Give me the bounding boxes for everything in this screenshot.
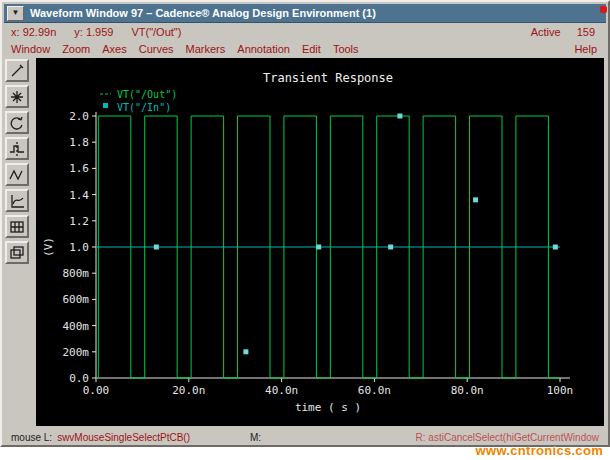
svg-text:40.0n: 40.0n [265, 384, 298, 397]
tool-button-trace[interactable] [5, 163, 29, 186]
table-grid-icon [8, 218, 26, 236]
window-menu-button[interactable]: ▼ [7, 6, 24, 21]
tool-button-marker[interactable] [5, 137, 29, 160]
mouse-left-command: swvMouseSingleSelectPtCB() [57, 432, 190, 443]
y-label: y: [74, 26, 83, 38]
menu-item-window[interactable]: Window [11, 43, 50, 55]
title-bar[interactable]: ▼ Waveform Window 97 – Cadence® Analog D… [4, 4, 606, 23]
svg-text:200m: 200m [63, 346, 90, 359]
svg-text:VT("/In"): VT("/In") [117, 102, 171, 113]
svg-text:2.0: 2.0 [69, 110, 89, 123]
probe-pen-icon [8, 62, 26, 80]
cursor-y-readout: y: 1.959 [74, 26, 113, 38]
main-area: Transient Response2.01.81.61.41.21.0800m… [4, 57, 606, 426]
tool-button-overlay[interactable] [5, 241, 29, 264]
svg-text:1.4: 1.4 [69, 189, 89, 202]
svg-text:600m: 600m [63, 293, 90, 306]
menu-item-curves[interactable]: Curves [139, 43, 174, 55]
svg-text:1.6: 1.6 [69, 162, 89, 175]
cursor-status-bar: x: 92.99n y: 1.959 VT("/Out") Active 159 [4, 23, 606, 40]
svg-text:800m: 800m [63, 267, 90, 280]
waveform-window: ▼ Waveform Window 97 – Cadence® Analog D… [0, 0, 610, 447]
svg-text:20.0n: 20.0n [172, 384, 205, 397]
menu-item-edit[interactable]: Edit [302, 43, 321, 55]
active-status: Active 159 [531, 26, 599, 38]
selected-trace-readout: VT("/Out") [131, 26, 181, 38]
menu-bar: Window Zoom Axes Curves Markers Annotati… [4, 40, 606, 57]
menu-item-markers[interactable]: Markers [186, 43, 226, 55]
menu-item-zoom[interactable]: Zoom [62, 43, 90, 55]
mouse-right-status: R: astiCancelSelect(hiGetCurrentWindow [416, 432, 599, 443]
tool-button-rotate[interactable] [5, 111, 29, 134]
plot-svg[interactable]: Transient Response2.01.81.61.41.21.0800m… [36, 58, 604, 426]
menu-item-help[interactable]: Help [574, 43, 599, 55]
mouse-middle-label: M: [250, 432, 261, 443]
svg-text:0.00: 0.00 [83, 384, 110, 397]
tool-button-subplot[interactable] [5, 189, 29, 212]
active-label: Active [531, 26, 561, 38]
x-label: x: [11, 26, 20, 38]
svg-text:Transient Response: Transient Response [263, 71, 393, 85]
chevron-down-icon: ▼ [12, 8, 20, 17]
menu-item-annotation[interactable]: Annotation [237, 43, 290, 55]
svg-text:1.2: 1.2 [69, 215, 89, 228]
svg-text:100n: 100n [547, 384, 574, 397]
cursor-x-readout: x: 92.99n [11, 26, 56, 38]
x-value: 92.99n [23, 26, 57, 38]
active-count: 159 [577, 26, 595, 38]
svg-text:(V): (V) [42, 237, 55, 257]
tool-palette [4, 57, 34, 426]
svg-text:1.0: 1.0 [69, 241, 89, 254]
svg-text:time ( s ): time ( s ) [295, 401, 361, 414]
svg-text:80.0n: 80.0n [451, 384, 484, 397]
window-title: Waveform Window 97 – Cadence® Analog Des… [30, 7, 376, 19]
menu-item-tools[interactable]: Tools [333, 43, 359, 55]
svg-text:1.8: 1.8 [69, 136, 89, 149]
tool-button-table[interactable] [5, 215, 29, 238]
burst-zoom-icon [8, 88, 26, 106]
plot-area[interactable]: Transient Response2.01.81.61.41.21.0800m… [36, 58, 604, 426]
brand-dot-icon [600, 6, 607, 13]
watermark-text: www.cntronics.com [476, 443, 603, 458]
tool-button-probe[interactable] [5, 59, 29, 82]
zigzag-trace-icon [8, 166, 26, 184]
tool-button-zoom[interactable] [5, 85, 29, 108]
svg-text:400m: 400m [63, 320, 90, 333]
subplot-axes-icon [8, 192, 26, 210]
rotate-arc-icon [8, 114, 26, 132]
svg-text:VT("/Out"): VT("/Out") [117, 89, 177, 100]
pulse-marker-icon [8, 140, 26, 158]
mouse-left-label: mouse L: [11, 432, 52, 443]
y-value: 1.959 [86, 26, 114, 38]
overlay-windows-icon [8, 244, 26, 262]
svg-text:60.0n: 60.0n [358, 384, 391, 397]
menu-item-axes[interactable]: Axes [102, 43, 126, 55]
